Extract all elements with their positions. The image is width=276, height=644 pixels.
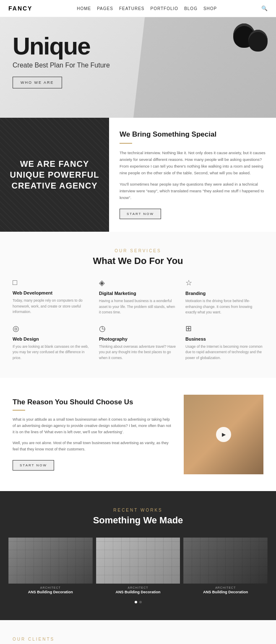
- service-web-development: □ Web Development Today, many people rel…: [13, 278, 91, 316]
- hero-cta-button[interactable]: WHO WE ARE: [13, 77, 62, 88]
- service-branding-desc: Motivation is the driving force behind l…: [185, 298, 263, 316]
- service-photography-title: Photography: [99, 336, 177, 341]
- portfolio-title-2: ANS Building Decoration: [96, 590, 180, 594]
- about-right-panel: We Bring Something Special The technical…: [109, 118, 276, 232]
- why-content: The Reason You Should Choose Us What is …: [13, 398, 173, 471]
- hero-section: Unique Create Best Plan For The Future W…: [0, 17, 276, 118]
- navigation: FANCY HOME PAGES FEATURES PORTFOLIO BLOG…: [0, 0, 276, 17]
- nav-home[interactable]: HOME: [77, 6, 91, 11]
- hero-content: Unique Create Best Plan For The Future W…: [13, 34, 263, 88]
- portfolio-item-2: architect ANS Building Decoration: [96, 538, 180, 594]
- portfolio-title: Something We Made: [8, 515, 268, 526]
- nav-shop[interactable]: SHOP: [203, 6, 217, 11]
- portfolio-title-3: ANS Building Decoration: [183, 590, 268, 594]
- services-title: What We Do For You: [13, 256, 263, 266]
- services-section: our services What We Do For You □ Web De…: [0, 232, 276, 378]
- why-cta-button[interactable]: START NOW: [13, 460, 54, 471]
- service-photography-desc: Thinking about overseas adventure travel…: [99, 344, 177, 361]
- service-photography: ◷ Photography Thinking about overseas ad…: [99, 324, 177, 361]
- service-digital-marketing: ◈ Digital Marketing Having a home based …: [99, 278, 177, 316]
- service-web-development-title: Web Development: [13, 290, 91, 295]
- play-button[interactable]: ▶: [216, 427, 231, 442]
- about-para2: You'll sometimes hear people say the que…: [120, 181, 266, 201]
- service-web-development-desc: Today, many people rely on computers to …: [13, 298, 91, 315]
- portfolio-category-1: architect: [8, 586, 93, 589]
- nav-links: HOME PAGES FEATURES PORTFOLIO BLOG SHOP: [77, 6, 217, 11]
- portfolio-category-2: architect: [96, 586, 180, 589]
- service-web-design: ◎ Web Design If you are looking at blank…: [13, 324, 91, 361]
- cup-icon-b: [248, 30, 268, 52]
- portfolio-dot-2[interactable]: [139, 601, 142, 603]
- web-design-icon: ◎: [13, 324, 91, 333]
- services-grid: □ Web Development Today, many people rel…: [13, 278, 263, 361]
- why-section: The Reason You Should Choose Us What is …: [0, 378, 276, 491]
- about-title-underline: [120, 143, 132, 144]
- why-para2: Well, you are not alone. Most of the sma…: [13, 440, 173, 453]
- testimonials-section: our clients What Clients Say " Classifie…: [0, 620, 276, 644]
- service-business-desc: Usage of the Internet is becoming more c…: [185, 344, 263, 361]
- service-branding-title: Branding: [185, 291, 263, 296]
- about-section: WE ARE FANCY UNIQUE POWERFUL CREATIVE AG…: [0, 118, 276, 232]
- portfolio-title-1: ANS Building Decoration: [8, 590, 93, 594]
- service-branding: ☆ Branding Motivation is the driving for…: [185, 278, 263, 316]
- portfolio-pagination: [8, 601, 268, 603]
- service-business: ⊞ Business Usage of the Internet is beco…: [185, 324, 263, 361]
- why-title: The Reason You Should Choose Us: [13, 398, 173, 406]
- hero-headline: Unique: [13, 34, 263, 58]
- service-business-title: Business: [185, 336, 263, 341]
- photography-icon: ◷: [99, 324, 177, 333]
- nav-pages[interactable]: PAGES: [97, 6, 113, 11]
- web-development-icon: □: [13, 278, 91, 287]
- portfolio-image-2[interactable]: [96, 538, 180, 584]
- about-left-panel: WE ARE FANCY UNIQUE POWERFUL CREATIVE AG…: [0, 118, 109, 232]
- why-para1: What is your attitude as a small town bu…: [13, 416, 173, 436]
- portfolio-image-1[interactable]: [8, 538, 93, 584]
- why-video-thumbnail: ▶: [184, 395, 263, 474]
- about-cta-button[interactable]: START NOW: [120, 209, 161, 219]
- nav-blog[interactable]: BLOG: [184, 6, 198, 11]
- service-digital-marketing-title: Digital Marketing: [99, 291, 177, 296]
- portfolio-image-3[interactable]: [183, 538, 268, 584]
- nav-portfolio[interactable]: PORTFOLIO: [151, 6, 179, 11]
- portfolio-category-3: architect: [183, 586, 268, 589]
- portfolio-section: recent works Something We Made architect…: [0, 491, 276, 620]
- testimonials-tag: our clients: [13, 637, 263, 641]
- portfolio-grid: architect ANS Building Decoration archit…: [8, 538, 268, 594]
- nav-features[interactable]: FEATURES: [119, 6, 145, 11]
- portfolio-item-1: architect ANS Building Decoration: [8, 538, 93, 594]
- portfolio-tag: recent works: [8, 508, 268, 512]
- business-icon: ⊞: [185, 324, 263, 333]
- about-para1: The technical interview. Nothing like it…: [120, 150, 266, 177]
- portfolio-dot-1[interactable]: [135, 601, 137, 603]
- testimonials-header: our clients What Clients Say: [13, 637, 263, 644]
- hero-subheadline: Create Best Plan For The Future: [13, 62, 263, 69]
- about-title: We Bring Something Special: [120, 130, 266, 139]
- services-tag: our services: [13, 248, 263, 253]
- site-logo[interactable]: FANCY: [8, 5, 32, 12]
- service-web-design-title: Web Design: [13, 336, 91, 341]
- digital-marketing-icon: ◈: [99, 278, 177, 287]
- about-agency-tagline: WE ARE FANCY UNIQUE POWERFUL CREATIVE AG…: [8, 158, 101, 191]
- search-icon[interactable]: 🔍: [261, 5, 268, 11]
- service-digital-marketing-desc: Having a home based business is a wonder…: [99, 298, 177, 316]
- service-web-design-desc: If you are looking at blank canvases on …: [13, 344, 91, 361]
- portfolio-item-3: architect ANS Building Decoration: [183, 538, 268, 594]
- why-title-underline: [13, 410, 25, 411]
- branding-icon: ☆: [185, 278, 263, 287]
